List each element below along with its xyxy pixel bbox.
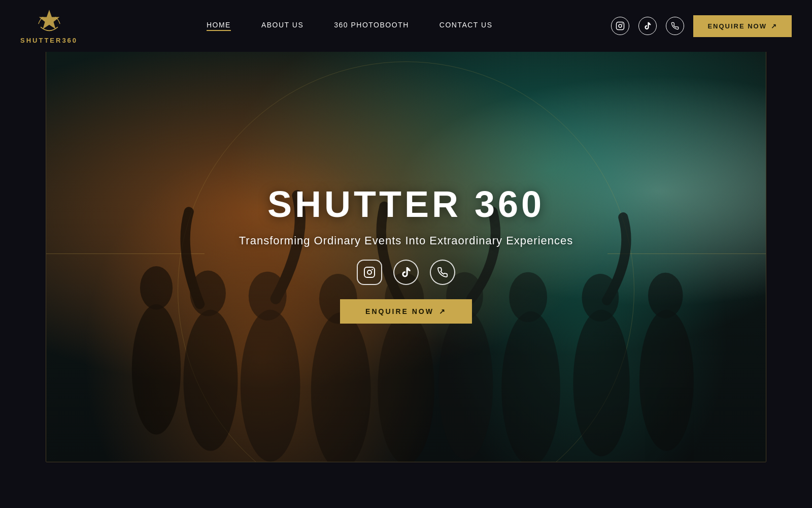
- nav-instagram-icon[interactable]: [611, 17, 629, 35]
- nav-enquire-button[interactable]: ENQUIRE NOW ↗: [693, 15, 792, 37]
- svg-point-2: [619, 24, 622, 27]
- nav-right: ENQUIRE NOW ↗: [611, 15, 792, 37]
- svg-marker-0: [39, 10, 59, 29]
- hero-phone-icon[interactable]: [430, 260, 455, 285]
- hero-content: SHUTTER 360 Transforming Ordinary Events…: [46, 45, 766, 462]
- nav-enquire-arrow-icon: ↗: [771, 22, 777, 30]
- hero-enquire-label: ENQUIRE NOW: [365, 307, 434, 315]
- nav-phone-icon[interactable]: [666, 17, 684, 35]
- svg-point-24: [371, 269, 373, 270]
- nav-about[interactable]: ABOUT US: [261, 21, 303, 31]
- brand-name: SHUTTER360: [20, 37, 78, 44]
- svg-rect-22: [364, 267, 375, 277]
- hero-enquire-button[interactable]: ENQUIRE NOW ↗: [340, 299, 472, 324]
- hero-title: SHUTTER 360: [267, 183, 545, 225]
- hero-subtitle: Transforming Ordinary Events Into Extrao…: [239, 234, 573, 247]
- hero-enquire-arrow-icon: ↗: [439, 307, 447, 315]
- svg-point-23: [367, 270, 371, 274]
- hero-section: SHUTTER 360 Transforming Ordinary Events…: [46, 45, 766, 462]
- nav-contact[interactable]: CONTACT US: [439, 21, 493, 31]
- svg-point-3: [622, 23, 623, 24]
- logo[interactable]: SHUTTER360: [20, 8, 78, 44]
- hero-tiktok-icon[interactable]: [393, 260, 419, 285]
- svg-rect-1: [617, 22, 624, 30]
- nav-home[interactable]: HOME: [207, 21, 231, 31]
- navbar: SHUTTER360 HOME ABOUT US 360 PHOTOBOOTH …: [0, 0, 812, 52]
- nav-enquire-label: ENQUIRE NOW: [707, 22, 767, 30]
- nav-photobooth[interactable]: 360 PHOTOBOOTH: [334, 21, 409, 31]
- hero-instagram-icon[interactable]: [357, 260, 382, 285]
- hero-social-icons: [357, 260, 455, 285]
- nav-tiktok-icon[interactable]: [638, 17, 657, 35]
- nav-links: HOME ABOUT US 360 PHOTOBOOTH CONTACT US: [108, 21, 591, 31]
